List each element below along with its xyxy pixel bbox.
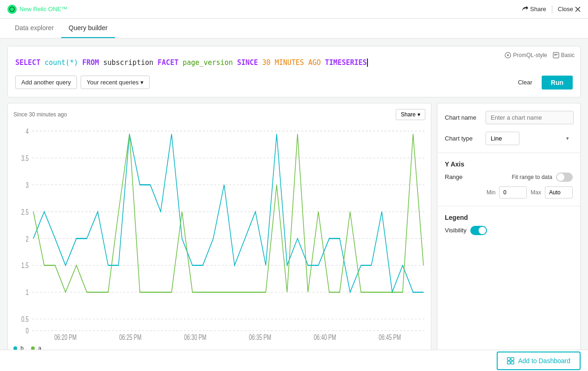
line-chart: 4 3.5 3 2.5 2 1.5 1 0.5 0 06:20 PM 06:25…	[13, 124, 425, 342]
basic-mode-button[interactable]: Basic	[553, 52, 575, 58]
settings-panel: Chart name Chart type Line Area Bar Bill…	[437, 103, 581, 365]
cursor	[367, 58, 368, 67]
chart-settings-row: Since 30 minutes ago Share ▾	[7, 103, 581, 365]
close-button[interactable]: Close	[558, 6, 581, 13]
svg-text:3.5: 3.5	[21, 154, 29, 162]
svg-text:0: 0	[25, 326, 28, 335]
mode-toggle: PromQL-style Basic	[505, 52, 575, 58]
chart-container: Since 30 minutes ago Share ▾	[7, 103, 431, 365]
range-row: Range Fit range to data	[445, 173, 573, 182]
app-logo: New Relic ONE™	[7, 5, 67, 14]
visibility-label: Visibility	[445, 227, 467, 234]
svg-text:06:20 PM: 06:20 PM	[54, 333, 76, 341]
svg-text:3: 3	[25, 180, 28, 189]
svg-point-2	[507, 54, 509, 56]
svg-text:1: 1	[25, 288, 28, 296]
y-axis-title: Y Axis	[445, 160, 573, 168]
promql-label: PromQL-style	[513, 52, 547, 58]
min-input[interactable]	[499, 186, 527, 198]
svg-text:0.5: 0.5	[21, 314, 29, 323]
query-since: SINCE	[237, 58, 258, 67]
chart-area: 4 3.5 3 2.5 2 1.5 1 0.5 0 06:20 PM 06:25…	[13, 124, 425, 342]
query-facet-value: page_version	[183, 58, 233, 67]
basic-label: Basic	[561, 52, 575, 58]
svg-rect-28	[507, 358, 510, 360]
close-icon	[575, 6, 581, 12]
promql-icon	[505, 52, 511, 58]
add-query-button[interactable]: Add another query	[15, 76, 77, 89]
svg-text:1.5: 1.5	[21, 261, 29, 270]
chevron-down-icon: ▾	[140, 79, 144, 86]
share-button[interactable]: Share	[522, 6, 546, 13]
recent-queries-button[interactable]: Your recent queries ▾	[81, 76, 150, 89]
tab-query-builder[interactable]: Query builder	[61, 19, 115, 38]
close-label: Close	[558, 6, 573, 13]
tab-data-explorer[interactable]: Data explorer	[7, 19, 61, 38]
bottom-bar: Add to Dashboard	[0, 350, 588, 371]
svg-text:06:45 PM: 06:45 PM	[379, 333, 401, 341]
svg-text:2: 2	[25, 234, 28, 243]
svg-rect-31	[511, 361, 514, 364]
query-editor[interactable]: SELECT count(*) FROM subscription FACET …	[15, 58, 573, 68]
svg-text:06:35 PM: 06:35 PM	[249, 333, 271, 341]
query-from: FROM	[82, 58, 99, 67]
query-since-value: 30 MINUTES AGO	[262, 58, 321, 67]
top-bar: New Relic ONE™ Share Close	[0, 0, 588, 19]
query-facet: FACET	[158, 58, 178, 67]
settings-divider-2	[437, 206, 580, 206]
visibility-toggle[interactable]	[470, 226, 487, 235]
main-content: PromQL-style Basic SELECT count(*) FROM …	[0, 38, 588, 371]
chart-type-select[interactable]: Line Area Bar Billboard Pie Table	[486, 132, 519, 145]
promql-mode-button[interactable]: PromQL-style	[505, 52, 547, 58]
chart-name-input[interactable]	[486, 111, 574, 124]
header-divider	[552, 6, 552, 13]
svg-rect-30	[507, 361, 510, 364]
svg-text:2.5: 2.5	[21, 207, 29, 216]
add-dashboard-label: Add to Dashboard	[518, 357, 570, 365]
min-label: Min	[487, 189, 495, 196]
query-table: subscription	[103, 58, 153, 67]
chart-header: Since 30 minutes ago Share ▾	[13, 109, 425, 120]
y-axis-section: Y Axis Range Fit range to data Min	[445, 160, 573, 198]
query-count: count(*)	[44, 58, 78, 67]
range-label: Range	[445, 173, 462, 180]
chart-name-label: Chart name	[445, 114, 482, 121]
recent-queries-label: Your recent queries	[87, 79, 139, 86]
visibility-row: Visibility	[445, 226, 573, 235]
app-name: New Relic ONE™	[19, 6, 67, 13]
chevron-down-icon-chart: ▾	[417, 111, 420, 118]
svg-text:06:40 PM: 06:40 PM	[314, 333, 336, 341]
chart-type-row: Chart type Line Area Bar Billboard Pie T…	[445, 132, 573, 145]
svg-text:4: 4	[25, 127, 28, 135]
share-icon	[522, 6, 528, 13]
share-chart-button[interactable]: Share ▾	[396, 109, 425, 120]
svg-point-0	[10, 7, 14, 12]
run-button[interactable]: Run	[542, 76, 573, 90]
add-to-dashboard-button[interactable]: Add to Dashboard	[497, 352, 581, 370]
fit-range-toggle[interactable]	[556, 173, 573, 182]
y-axis-subsection: Range Fit range to data Min Max	[445, 173, 573, 198]
chart-time-label: Since 30 minutes ago	[13, 111, 67, 118]
max-input[interactable]	[545, 186, 573, 198]
share-chart-label: Share	[401, 111, 416, 118]
share-label: Share	[530, 6, 546, 13]
top-bar-left: New Relic ONE™	[7, 5, 67, 14]
nr-icon	[7, 5, 17, 14]
fit-range-label: Fit range to data	[512, 174, 552, 180]
legend-title: Legend	[445, 214, 573, 221]
svg-text:06:25 PM: 06:25 PM	[119, 333, 141, 341]
query-actions: Add another query Your recent queries ▾ …	[15, 76, 573, 90]
svg-text:06:30 PM: 06:30 PM	[184, 333, 206, 341]
legend-subsection: Visibility	[445, 226, 573, 235]
clear-button[interactable]: Clear	[512, 76, 538, 89]
settings-divider-1	[437, 153, 580, 153]
min-max-row: Min Max	[445, 186, 573, 198]
query-select: SELECT	[15, 58, 40, 67]
chart-type-label: Chart type	[445, 135, 482, 142]
query-section: PromQL-style Basic SELECT count(*) FROM …	[7, 46, 581, 97]
query-timeseries: TIMESERIES	[325, 58, 367, 67]
nav-tabs: Data explorer Query builder	[0, 19, 588, 38]
max-label: Max	[531, 189, 541, 196]
chart-name-row: Chart name	[445, 111, 573, 124]
top-bar-right: Share Close	[522, 6, 581, 13]
